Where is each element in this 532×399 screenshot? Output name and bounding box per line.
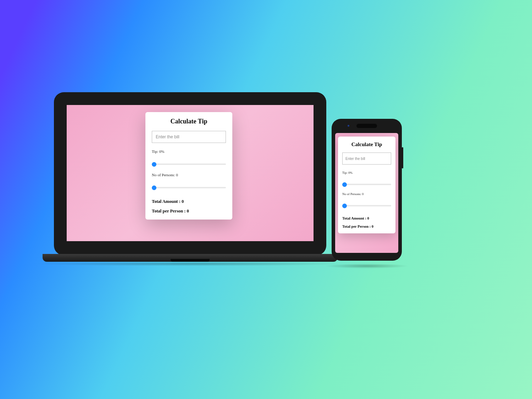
- card-title: Calculate Tip: [152, 118, 226, 125]
- phone-body: Calculate Tip Tip: 0% No of Persons: 0 T…: [332, 119, 402, 261]
- tip-percent-slider[interactable]: [152, 164, 226, 165]
- tip-calculator-card-mobile: Calculate Tip Tip: 0% No of Persons: 0 T…: [338, 137, 395, 233]
- bill-amount-input-mobile[interactable]: [342, 153, 391, 165]
- tip-percent-label-mobile: Tip: 0%: [342, 171, 391, 174]
- total-amount-output-mobile: Total Amount : 0: [342, 216, 391, 220]
- phone-side-button: [402, 147, 403, 168]
- laptop-viewport: Calculate Tip Tip: 0% No of Persons: 0 T…: [67, 105, 314, 241]
- total-amount-output: Total Amount : 0: [152, 199, 226, 204]
- total-per-person-output: Total per Person : 0: [152, 209, 226, 214]
- tip-percent-label: Tip: 0%: [152, 149, 226, 154]
- tip-percent-slider-mobile[interactable]: [342, 184, 391, 185]
- bill-amount-input[interactable]: [152, 131, 226, 143]
- card-title-mobile: Calculate Tip: [342, 142, 391, 148]
- persons-count-slider-mobile[interactable]: [342, 205, 391, 206]
- phone-device: Calculate Tip Tip: 0% No of Persons: 0 T…: [332, 119, 402, 261]
- phone-shadow: [325, 264, 409, 268]
- total-per-person-output-mobile: Total per Person : 0: [342, 225, 391, 228]
- phone-speaker-notch: [356, 124, 377, 128]
- persons-count-label: No of Persons: 0: [152, 173, 226, 177]
- laptop-trackpad-notch: [171, 259, 210, 262]
- laptop-device: Calculate Tip Tip: 0% No of Persons: 0 T…: [54, 92, 326, 255]
- laptop-shadow: [33, 262, 348, 266]
- phone-camera: [348, 125, 349, 127]
- laptop-screen-bezel: Calculate Tip Tip: 0% No of Persons: 0 T…: [54, 92, 326, 255]
- persons-count-label-mobile: No of Persons: 0: [342, 192, 391, 196]
- phone-viewport: Calculate Tip Tip: 0% No of Persons: 0 T…: [335, 133, 398, 253]
- tip-calculator-card: Calculate Tip Tip: 0% No of Persons: 0 T…: [145, 112, 232, 220]
- persons-count-slider[interactable]: [152, 187, 226, 188]
